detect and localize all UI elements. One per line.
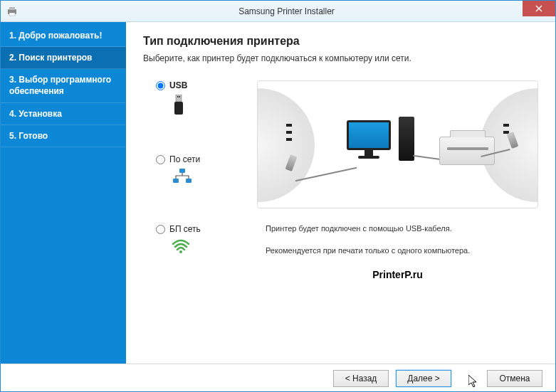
network-icon: [172, 169, 236, 189]
titlebar: Samsung Printer Installer: [1, 1, 555, 22]
connection-illustration: [257, 80, 538, 208]
option-network[interactable]: По сети: [156, 154, 236, 189]
page-title: Тип подключения принтера: [143, 35, 538, 48]
option-wireless-label: БП сеть: [169, 224, 201, 234]
watermark-text: PrinterP.ru: [257, 269, 538, 280]
next-button[interactable]: Далее >: [396, 370, 451, 387]
option-detail: Принтер будет подключен с помощью USB-ка…: [257, 80, 538, 280]
printer-app-icon: [6, 6, 18, 17]
sidebar-step-software[interactable]: 3. Выбор программного обеспечения: [1, 69, 126, 103]
svg-point-10: [179, 250, 182, 253]
option-usb-label: USB: [169, 80, 187, 90]
back-button[interactable]: < Назад: [333, 370, 389, 387]
svg-rect-9: [186, 179, 192, 183]
option-wireless[interactable]: БП сеть: [156, 224, 236, 257]
option-usb[interactable]: USB: [156, 80, 236, 119]
svg-rect-1: [9, 7, 15, 10]
svg-rect-4: [177, 96, 179, 97]
wizard-sidebar: 1. Добро пожаловать! 2. Поиск принтеров …: [1, 22, 126, 364]
connection-options: USB По сети: [143, 80, 236, 257]
svg-rect-8: [173, 179, 179, 183]
detail-line1: Принтер будет подключен с помощью USB-ка…: [266, 223, 538, 235]
wifi-icon: [172, 238, 236, 257]
radio-network[interactable]: [156, 155, 165, 164]
svg-rect-3: [176, 95, 182, 102]
content-panel: Тип подключения принтера Выберите, как п…: [126, 22, 555, 364]
cancel-button[interactable]: Отмена: [487, 370, 542, 387]
close-icon: [535, 5, 542, 12]
option-network-label: По сети: [169, 154, 200, 164]
svg-rect-7: [179, 169, 185, 173]
sidebar-step-welcome[interactable]: 1. Добро пожаловать!: [1, 25, 126, 47]
svg-rect-5: [179, 96, 181, 97]
page-subtitle: Выберите, как принтер будет подключаться…: [143, 53, 538, 63]
window-title: Samsung Printer Installer: [18, 6, 555, 16]
svg-rect-2: [9, 13, 15, 16]
detail-text: Принтер будет подключен с помощью USB-ка…: [266, 223, 538, 256]
radio-usb[interactable]: [156, 81, 165, 90]
sidebar-step-done[interactable]: 5. Готово: [1, 125, 126, 147]
sidebar-step-install[interactable]: 4. Установка: [1, 103, 126, 125]
close-button[interactable]: [523, 1, 555, 16]
main-area: 1. Добро пожаловать! 2. Поиск принтеров …: [1, 22, 555, 364]
svg-rect-6: [174, 102, 183, 115]
usb-icon: [172, 95, 236, 119]
radio-wireless[interactable]: [156, 225, 165, 234]
sidebar-step-search[interactable]: 2. Поиск принтеров: [1, 47, 126, 69]
detail-line2: Рекомендуется при печати только с одного…: [266, 245, 538, 257]
wizard-footer: < Назад Далее > Отмена: [1, 364, 555, 392]
